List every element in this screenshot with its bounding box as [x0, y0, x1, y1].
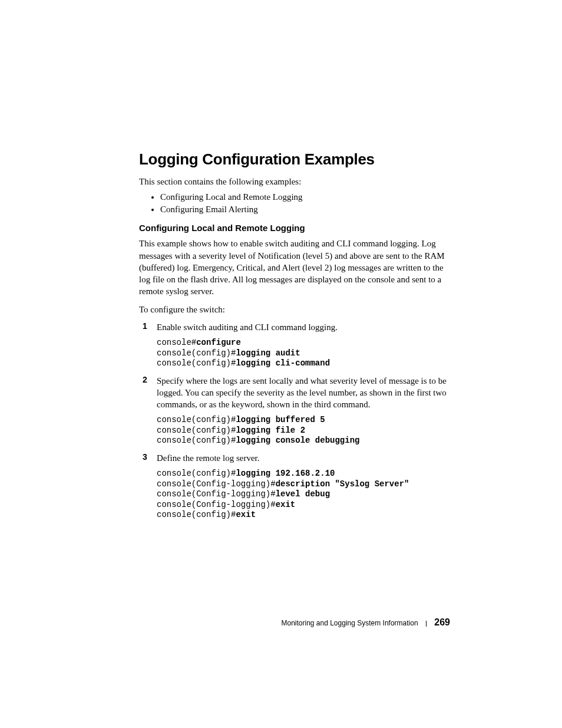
- code-bold: configure: [196, 338, 241, 347]
- code-pre: console(Config-logging)#: [157, 479, 276, 489]
- code-bold: exit: [236, 510, 256, 519]
- footer-page-number: 269: [434, 617, 450, 627]
- document-page: Logging Configuration Examples This sect…: [0, 0, 562, 728]
- code-bold: level debug: [276, 489, 330, 499]
- code-bold: logging 192.168.2.10: [236, 469, 335, 478]
- code-block: console(config)#logging 192.168.2.10 con…: [157, 469, 450, 521]
- step-text: Specify where the logs are sent locally …: [157, 375, 450, 411]
- code-pre: console(Config-logging)#: [157, 489, 276, 499]
- footer-separator: [426, 621, 427, 627]
- code-bold: logging buffered 5: [236, 415, 325, 424]
- section-heading: Configuring Local and Remote Logging: [139, 223, 450, 233]
- section-paragraph: To configure the switch:: [139, 304, 450, 315]
- toc-list: Configuring Local and Remote Logging Con…: [139, 192, 450, 215]
- code-bold: logging audit: [236, 348, 300, 358]
- code-bold: description "Syslog Server": [276, 479, 409, 489]
- steps-list: Enable switch auditing and CLI command l…: [139, 321, 450, 521]
- code-pre: console(config)#: [157, 348, 236, 358]
- code-bold: logging cli-command: [236, 358, 330, 368]
- step-text: Define the remote log server.: [157, 452, 450, 464]
- code-pre: console(config)#: [157, 415, 236, 424]
- step-text: Enable switch auditing and CLI command l…: [157, 321, 450, 333]
- code-bold: exit: [276, 500, 296, 509]
- page-title: Logging Configuration Examples: [139, 150, 450, 169]
- code-block: console(config)#logging buffered 5 conso…: [157, 415, 450, 446]
- section-paragraph: This example shows how to enable switch …: [139, 238, 450, 297]
- code-pre: console(config)#: [157, 469, 236, 478]
- code-bold: logging file 2: [236, 426, 305, 435]
- toc-item: Configuring Local and Remote Logging: [160, 192, 450, 202]
- code-pre: console#: [157, 338, 196, 347]
- step-item: Define the remote log server. console(co…: [139, 452, 450, 521]
- code-pre: console(config)#: [157, 510, 236, 519]
- code-block: console#configure console(config)#loggin…: [157, 338, 450, 369]
- step-item: Specify where the logs are sent locally …: [139, 375, 450, 446]
- code-bold: logging console debugging: [236, 436, 359, 445]
- code-pre: console(Config-logging)#: [157, 500, 276, 509]
- toc-item: Configuring Email Alerting: [160, 205, 450, 215]
- code-pre: console(config)#: [157, 358, 236, 368]
- footer-chapter: Monitoring and Logging System Informatio…: [281, 619, 418, 627]
- intro-paragraph: This section contains the following exam…: [139, 176, 450, 187]
- code-pre: console(config)#: [157, 426, 236, 435]
- code-pre: console(config)#: [157, 436, 236, 445]
- page-footer: Monitoring and Logging System Informatio…: [139, 617, 450, 628]
- step-item: Enable switch auditing and CLI command l…: [139, 321, 450, 369]
